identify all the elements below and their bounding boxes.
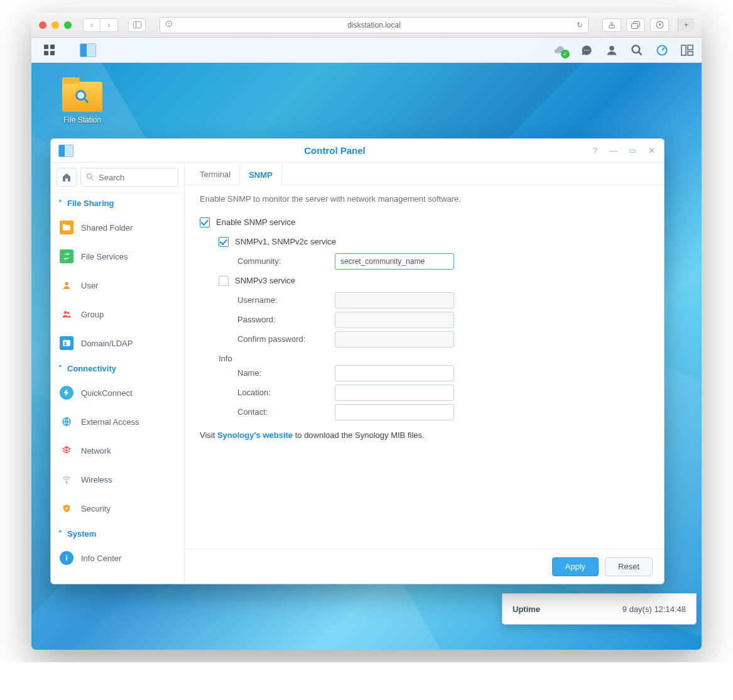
toolbar-right [602, 18, 669, 32]
info-section-header: Info [200, 354, 649, 363]
sidebar-item-wireless[interactable]: Wireless [51, 465, 184, 494]
password-input[interactable] [335, 312, 454, 328]
folder-icon [62, 82, 102, 112]
location-input[interactable] [335, 385, 454, 401]
forward-button[interactable]: › [100, 18, 118, 32]
snmp-description: Enable SNMP to monitor the server with n… [200, 194, 649, 204]
confirm-password-input[interactable] [335, 331, 454, 347]
apply-button[interactable]: Apply [552, 557, 599, 576]
sidebar-toggle-button[interactable] [128, 18, 146, 32]
sidebar-item-group[interactable]: Group [51, 300, 184, 329]
network-icon [62, 446, 72, 456]
minimize-icon[interactable] [52, 21, 59, 29]
svg-point-25 [67, 312, 70, 314]
id-card-icon [62, 338, 72, 348]
sidebar-item-shared-folder[interactable]: Shared Folder [51, 213, 184, 242]
window-help-button[interactable]: ? [590, 146, 600, 155]
community-input[interactable] [335, 253, 454, 270]
sidebar-item-external-access[interactable]: External Access [51, 407, 184, 436]
checkbox-snmp-v3[interactable] [219, 276, 229, 286]
name-input[interactable] [335, 365, 454, 381]
search-icon [85, 172, 95, 183]
dialog-footer: Apply Reset [185, 549, 664, 584]
name-label: Name: [237, 368, 335, 378]
notifications-button[interactable] [580, 43, 594, 57]
control-panel-icon [80, 43, 96, 57]
sidebar-category-system[interactable]: ˄System [51, 523, 184, 544]
checkbox-enable-snmp[interactable] [200, 217, 210, 227]
desktop-icon-label: File Station [63, 116, 101, 124]
sidebar-item-security[interactable]: Security [51, 494, 184, 523]
user-menu-button[interactable] [605, 43, 619, 57]
window-titlebar[interactable]: Control Panel ? — ▭ ✕ [51, 139, 664, 163]
tabs-button[interactable] [626, 18, 645, 32]
username-input[interactable] [335, 292, 454, 309]
site-settings-icon [165, 20, 173, 30]
window-minimize-button[interactable]: — [609, 146, 619, 155]
user-icon [605, 44, 618, 57]
svg-point-21 [87, 174, 92, 179]
search-input[interactable] [80, 168, 178, 187]
reload-icon[interactable]: ↻ [577, 21, 583, 30]
sidebar-category-file-sharing[interactable]: ˄File Sharing [51, 192, 184, 213]
system-health-widget: Uptime 9 day(s) 12:14:48 [502, 593, 697, 625]
tabs-icon [631, 21, 641, 29]
control-panel-task-button[interactable] [78, 40, 98, 60]
group-icon [62, 309, 72, 319]
sidebar: ˄File Sharing Shared Folder File Service… [51, 163, 185, 584]
svg-line-22 [91, 178, 93, 180]
snmp-settings-form: Enable SNMP to monitor the server with n… [185, 185, 664, 549]
dashboard-icon [656, 44, 668, 57]
zoom-icon[interactable] [64, 21, 72, 29]
main-menu-button[interactable] [39, 40, 59, 60]
back-button[interactable]: ‹ [83, 18, 100, 32]
downloads-button[interactable] [650, 18, 669, 32]
home-button[interactable] [57, 168, 77, 187]
svg-point-30 [66, 482, 67, 483]
snmp-v3-label: SNMPv3 service [235, 276, 295, 285]
panel-icon [133, 21, 141, 28]
sidebar-item-user[interactable]: User [51, 271, 184, 300]
share-button[interactable] [602, 18, 621, 32]
address-bar[interactable]: diskstation.local ↻ [160, 17, 589, 33]
chevron-up-icon: ˄ [58, 530, 62, 538]
sidebar-item-info-center[interactable]: Info Center [51, 544, 184, 572]
tab-bar: Terminal SNMP [185, 163, 664, 185]
svg-rect-18 [688, 52, 693, 55]
sidebar-item-quickconnect[interactable]: QuickConnect [51, 378, 184, 407]
synology-website-link[interactable]: Synology's website [217, 430, 293, 440]
svg-rect-0 [133, 22, 141, 28]
window-maximize-button[interactable]: ▭ [627, 146, 638, 155]
tab-terminal[interactable]: Terminal [191, 163, 239, 185]
search-button[interactable] [630, 43, 644, 57]
svg-rect-16 [681, 45, 686, 55]
search-icon [631, 44, 643, 57]
window-traffic-lights[interactable] [39, 21, 72, 29]
new-tab-button[interactable]: + [678, 18, 694, 32]
window-close-button[interactable]: ✕ [646, 146, 656, 155]
sidebar-item-domain[interactable]: Domain/LDAP [51, 329, 184, 358]
tab-snmp[interactable]: SNMP [239, 163, 282, 185]
svg-rect-7 [631, 23, 638, 28]
globe-icon [62, 417, 72, 427]
uptime-label: Uptime [513, 604, 540, 614]
enable-snmp-label: Enable SNMP service [216, 217, 295, 227]
svg-point-9 [584, 50, 585, 51]
user-icon [62, 280, 72, 290]
desktop-icon-file-station[interactable]: File Station [58, 82, 107, 124]
close-icon[interactable] [39, 21, 46, 29]
svg-point-12 [609, 45, 614, 50]
pilot-view-button[interactable] [680, 43, 694, 57]
check-icon: ✓ [561, 50, 570, 58]
sidebar-item-file-services[interactable]: File Services [51, 242, 184, 271]
swap-icon [62, 251, 72, 261]
svg-rect-17 [688, 45, 693, 50]
cloud-status[interactable]: ✓ [550, 43, 568, 57]
share-icon [608, 21, 616, 30]
widgets-button[interactable] [655, 43, 669, 57]
reset-button[interactable]: Reset [605, 557, 653, 576]
checkbox-snmp-v2c[interactable] [219, 237, 229, 247]
sidebar-item-network[interactable]: Network [51, 436, 184, 465]
sidebar-category-connectivity[interactable]: ˄Connectivity [51, 358, 184, 378]
contact-input[interactable] [335, 404, 454, 420]
